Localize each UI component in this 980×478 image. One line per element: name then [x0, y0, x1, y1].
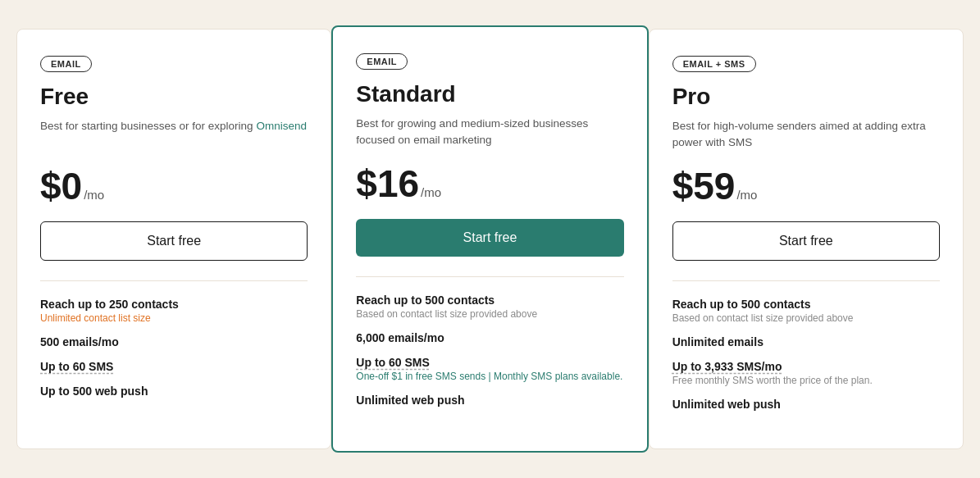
feature-item-pro-2: Up to 3,933 SMS/moFree monthly SMS worth…: [672, 360, 940, 386]
price-row-free: $0/mo: [40, 167, 308, 205]
feature-title-free-3: Up to 500 web push: [40, 385, 308, 398]
price-row-standard: $16/mo: [356, 165, 623, 203]
price-row-pro: $59/mo: [672, 167, 940, 205]
feature-title-standard-0: Reach up to 500 contacts: [356, 294, 623, 307]
pricing-card-pro: EMAIL + SMSProBest for high-volume sende…: [649, 29, 964, 450]
price-amount-free: $0: [40, 167, 82, 205]
feature-title-pro-0: Reach up to 500 contacts: [672, 298, 940, 311]
feature-item-pro-0: Reach up to 500 contactsBased on contact…: [672, 298, 940, 324]
feature-item-free-3: Up to 500 web push: [40, 385, 308, 398]
plan-name-pro: Pro: [672, 84, 940, 110]
feature-subtitle-free-0: Unlimited contact list size: [40, 312, 308, 324]
feature-subtitle-pro-0: Based on contact list size provided abov…: [672, 312, 940, 324]
price-period-free: /mo: [84, 188, 104, 202]
plan-description-standard: Best for growing and medium-sized busine…: [356, 116, 623, 149]
badge-free: EMAIL: [40, 56, 92, 72]
feature-title-standard-2: Up to 60 SMS: [356, 356, 623, 369]
price-amount-standard: $16: [356, 165, 419, 203]
feature-item-free-1: 500 emails/mo: [40, 335, 308, 348]
divider-free: [40, 280, 308, 281]
feature-title-free-1: 500 emails/mo: [40, 335, 308, 348]
cta-button-free[interactable]: Start free: [40, 221, 308, 261]
divider-pro: [672, 280, 940, 281]
badge-standard: EMAIL: [356, 53, 408, 70]
pricing-container: EMAILFreeBest for starting businesses or…: [16, 29, 964, 450]
feature-item-standard-1: 6,000 emails/mo: [356, 331, 623, 344]
price-amount-pro: $59: [672, 167, 736, 205]
price-period-standard: /mo: [421, 185, 441, 199]
feature-title-free-2: Up to 60 SMS: [40, 360, 308, 373]
feature-subtitle-pro-2: Free monthly SMS worth the price of the …: [672, 375, 940, 386]
plan-description-pro: Best for high-volume senders aimed at ad…: [672, 118, 940, 152]
badge-pro: EMAIL + SMS: [672, 56, 756, 72]
feature-item-free-0: Reach up to 250 contactsUnlimited contac…: [40, 298, 308, 324]
feature-subtitle-standard-0: Based on contact list size provided abov…: [356, 308, 623, 320]
feature-title-standard-1: 6,000 emails/mo: [356, 331, 623, 344]
cta-button-standard[interactable]: Start free: [356, 219, 623, 257]
divider-standard: [356, 276, 623, 277]
feature-subtitle-standard-2: One-off $1 in free SMS sends | Monthly S…: [356, 371, 623, 382]
feature-item-standard-3: Unlimited web push: [356, 394, 623, 407]
feature-item-pro-3: Unlimited web push: [672, 398, 940, 411]
pricing-card-free: EMAILFreeBest for starting businesses or…: [16, 29, 331, 450]
feature-title-pro-3: Unlimited web push: [672, 398, 940, 411]
feature-item-free-2: Up to 60 SMS: [40, 360, 308, 373]
feature-item-pro-1: Unlimited emails: [672, 335, 940, 348]
plan-name-free: Free: [40, 84, 308, 110]
feature-title-free-0: Reach up to 250 contacts: [40, 298, 308, 311]
feature-title-pro-2: Up to 3,933 SMS/mo: [672, 360, 940, 373]
feature-title-pro-1: Unlimited emails: [672, 335, 940, 348]
feature-title-standard-3: Unlimited web push: [356, 394, 623, 407]
plan-description-free: Best for starting businesses or for expl…: [40, 118, 308, 151]
cta-button-pro[interactable]: Start free: [672, 221, 940, 261]
pricing-card-standard: EMAILStandardBest for growing and medium…: [331, 25, 648, 453]
feature-item-standard-2: Up to 60 SMSOne-off $1 in free SMS sends…: [356, 356, 623, 382]
plan-name-standard: Standard: [356, 81, 623, 107]
feature-item-standard-0: Reach up to 500 contactsBased on contact…: [356, 294, 623, 320]
price-period-pro: /mo: [736, 188, 757, 202]
